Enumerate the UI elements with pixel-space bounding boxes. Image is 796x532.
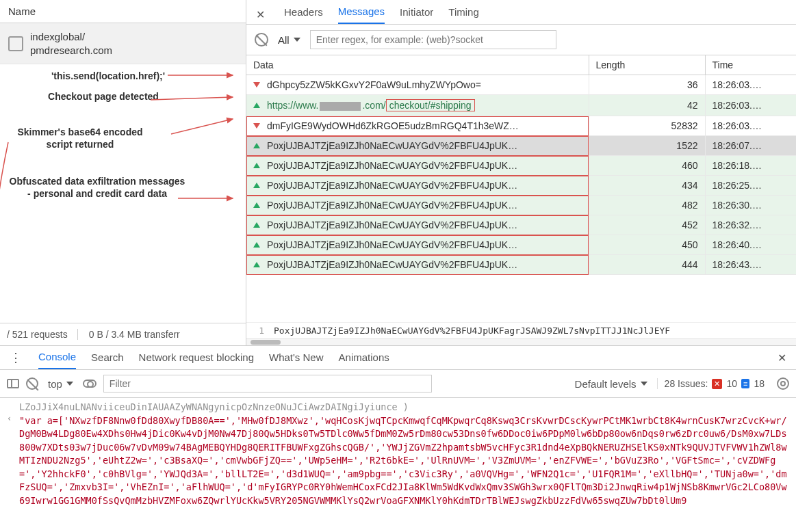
column-header-time[interactable]: Time	[705, 55, 796, 75]
line-number: 1	[253, 325, 274, 336]
caret-down-icon	[294, 38, 300, 42]
expand-caret-icon[interactable]: ‹	[7, 413, 12, 425]
more-tabs-icon[interactable]: ⋮	[10, 350, 23, 369]
network-request-row[interactable]: indexglobal/ pmdresearch.com	[0, 23, 246, 64]
column-header-length[interactable]: Length	[589, 55, 705, 75]
message-row[interactable]: PoxjUJBAJTZjEa9IZJh0NaECwUAYGdV%2FBFU4Jp…	[246, 255, 796, 275]
transfer-size: 0 B / 3.4 MB transferr	[89, 329, 180, 340]
message-type-select[interactable]: All	[275, 33, 303, 47]
console-filter-input[interactable]	[103, 375, 432, 393]
tab-console[interactable]: Console	[38, 351, 76, 369]
horizontal-scrollbar[interactable]	[246, 338, 796, 345]
annotation-send-location: 'this.send(location.href);'	[19, 70, 197, 82]
message-row[interactable]: PoxjUJBAJTZjEa9IZJh0NaECwUAYGdV%2FBFU4Jp…	[246, 215, 796, 235]
request-url-text: indexglobal/ pmdresearch.com	[30, 30, 112, 57]
drawer-tabs: ⋮ Console Search Network request blockin…	[0, 346, 796, 370]
console-sidebar-toggle-icon[interactable]	[7, 379, 19, 388]
message-row[interactable]: PoxjUJBAJTZjEa9IZJh0NaECwUAYGdV%2FBFU4Jp…	[246, 176, 796, 196]
network-detail-panel: ✕ Headers Messages Initiator Timing All …	[246, 0, 796, 345]
message-row[interactable]: https://www..com/checkout/#shipping4218:…	[246, 95, 796, 116]
tab-search[interactable]: Search	[91, 351, 124, 369]
request-type-icon	[8, 36, 23, 51]
annotation-exfil-messages: Obfuscated data exfiltration messages - …	[8, 175, 186, 200]
column-header-name[interactable]: Name	[0, 0, 246, 23]
console-toolbar: top Default levels 28 Issues: ✕10 ≡18	[0, 370, 796, 398]
clear-messages-icon[interactable]	[255, 33, 268, 46]
annotations-overlay: 'this.send(location.href);' Checkout pag…	[0, 64, 246, 323]
message-row[interactable]: PoxjUJBAJTZjEa9IZJh0NaECwUAYGdV%2FBFU4Jp…	[246, 235, 796, 255]
message-row[interactable]: dGhpcy5zZW5kKGxvY2F0aW9uLmhyZWYpOwo=3618…	[246, 75, 796, 95]
message-row[interactable]: dmFyIGE9WydOWHd6ZkRGOE5udzBmRGQ4T1h3eWZ……	[246, 116, 796, 136]
message-detail-text: PoxjUJBAJTZjEa9IZJh0NaECwUAYGdV%2FBFU4Jp…	[274, 325, 670, 336]
console-line-code: "var a=['NXwzfDF8Nnw0fDd80XwyfDB80A==','…	[19, 414, 789, 508]
tab-initiator[interactable]: Initiator	[400, 6, 433, 23]
annotation-base64-script: Skimmer's base64 encoded script returned	[8, 126, 152, 150]
tab-network-request-blocking[interactable]: Network request blocking	[139, 351, 254, 369]
tab-animations[interactable]: Animations	[339, 351, 389, 369]
messages-table: Data Length Time dGhpcy5zZW5kKGxvY2F0aW9…	[246, 55, 796, 312]
close-detail-icon[interactable]: ✕	[256, 8, 269, 21]
network-requests-sidebar: Name indexglobal/ pmdresearch.com 'this.…	[0, 0, 246, 345]
issues-button[interactable]: 28 Issues: ✕10 ≡18	[657, 378, 765, 389]
message-row[interactable]: PoxjUJBAJTZjEa9IZJh0NaECwUAYGdV%2FBFU4Jp…	[246, 196, 796, 215]
caret-down-icon	[641, 382, 647, 386]
request-count: / 521 requests	[7, 329, 78, 340]
error-badge-icon: ✕	[712, 379, 722, 389]
close-drawer-icon[interactable]: ✕	[778, 351, 786, 369]
svg-line-2	[171, 119, 233, 134]
caret-down-icon	[66, 382, 73, 386]
regex-filter-input[interactable]	[310, 30, 556, 49]
live-expression-icon[interactable]	[83, 380, 97, 388]
message-row[interactable]: PoxjUJBAJTZjEa9IZJh0NaECwUAYGdV%2FBFU4Jp…	[246, 156, 796, 176]
annotation-checkout-detected: Checkout page detected	[31, 90, 175, 103]
tab-timing[interactable]: Timing	[448, 6, 478, 23]
message-detail-viewer: 1 PoxjUJBAJTZjEa9IZJh0NaECwUAYGdV%2FBFU4…	[246, 322, 796, 338]
drawer-panel: ⋮ Console Search Network request blockin…	[0, 346, 796, 532]
info-badge-icon: ≡	[741, 379, 749, 388]
tab-messages[interactable]: Messages	[338, 5, 385, 24]
message-row[interactable]: PoxjUJBAJTZjEa9IZJh0NaECwUAYGdV%2FBFU4Jp…	[246, 136, 796, 156]
column-header-data[interactable]: Data	[246, 55, 589, 75]
console-line-previous: LZoJJiX4nuLNANviiceuDinIAUAAZyWNANgynicp…	[19, 401, 789, 414]
context-select[interactable]: top	[45, 377, 76, 391]
clear-console-icon[interactable]	[26, 377, 38, 390]
detail-tabs: ✕ Headers Messages Initiator Timing	[246, 0, 796, 25]
console-output[interactable]: ‹ LZoJJiX4nuLNANviiceuDinIAUAAZyWNANgyni…	[0, 398, 796, 532]
requests-status-bar: / 521 requests 0 B / 3.4 MB transferr	[0, 323, 246, 345]
messages-filter-bar: All	[246, 25, 796, 55]
tab-whats-new[interactable]: What's New	[269, 351, 324, 369]
tab-headers[interactable]: Headers	[284, 6, 323, 23]
console-settings-icon[interactable]	[777, 377, 789, 390]
log-levels-select[interactable]: Default levels	[572, 377, 650, 391]
